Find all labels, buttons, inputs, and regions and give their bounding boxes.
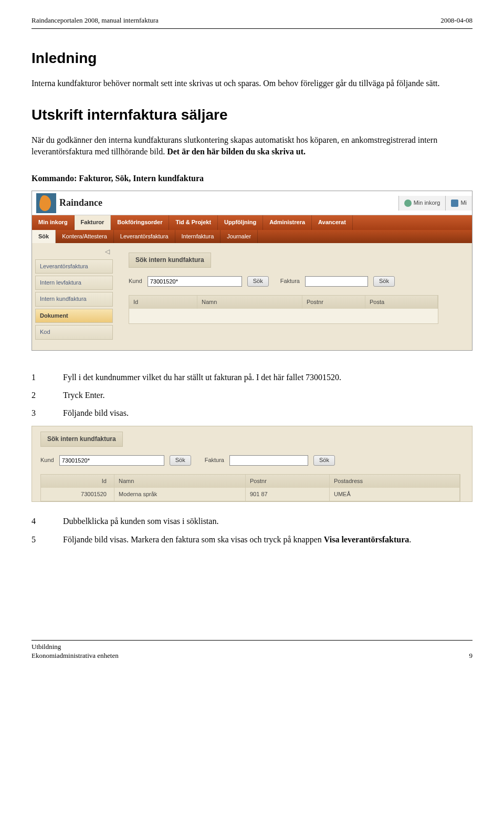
- step5-c: .: [409, 535, 411, 544]
- col-namn: Namn: [197, 296, 302, 309]
- grid-header-row-2: Id Namn Postnr Postadress: [41, 475, 460, 488]
- nav-bokforingsorder[interactable]: Bokföringsorder: [111, 215, 169, 229]
- col-posta: Posta: [365, 296, 438, 309]
- sok-kund-button-2[interactable]: Sök: [170, 455, 191, 466]
- subnav-journaler[interactable]: Journaler: [220, 230, 258, 243]
- nav-uppfoljning[interactable]: Uppföljning: [218, 215, 263, 229]
- step-num-3: 3: [32, 407, 42, 419]
- cell-id: 73001520: [41, 488, 114, 501]
- faktura-label: Faktura: [280, 277, 300, 285]
- nav-tid-projekt[interactable]: Tid & Projekt: [169, 215, 218, 229]
- sok-faktura-button-2[interactable]: Sök: [313, 455, 335, 466]
- cell-posta: UMEÅ: [330, 488, 460, 501]
- top-toolbar: Min inkorg Mi: [398, 191, 472, 215]
- sidebar-kod[interactable]: Kod: [35, 325, 113, 339]
- grid-header-row: Id Namn Postnr Posta: [129, 296, 438, 309]
- sidebar: ◁ Leverantörsfaktura Intern levfaktura I…: [32, 243, 116, 350]
- col-postnr: Postnr: [302, 296, 365, 309]
- nav-fakturor[interactable]: Fakturor: [75, 215, 111, 229]
- header-rule: [32, 28, 472, 29]
- cell-namn: Moderna språk: [114, 488, 246, 501]
- subnav-internfaktura[interactable]: Internfaktura: [175, 230, 221, 243]
- para-inledning: Interna kundfakturor behöver normalt set…: [32, 78, 472, 89]
- subnav-sok[interactable]: Sök: [32, 230, 56, 243]
- footer-line1: Utbildning: [32, 643, 119, 652]
- screenshot-search-result: Sök intern kundfaktura Kund Sök Faktura …: [32, 426, 472, 502]
- subnav-kontera[interactable]: Kontera/Attestera: [56, 230, 114, 243]
- app-body: ◁ Leverantörsfaktura Intern levfaktura I…: [32, 243, 472, 350]
- col-namn-2: Namn: [114, 475, 246, 488]
- col-id: Id: [129, 296, 197, 309]
- col-id-2: Id: [41, 475, 114, 488]
- subnav-leverantorsfaktura[interactable]: Leverantörsfaktura: [114, 230, 175, 243]
- main-panel: Sök intern kundfaktura Kund Sök Faktura …: [116, 243, 472, 350]
- mi-button[interactable]: Mi: [445, 196, 472, 211]
- screenshot-raindance-search: Raindance Min inkorg Mi Min inkorg Faktu…: [32, 191, 472, 351]
- heading-utskrift: Utskrift internfaktura säljare: [32, 104, 472, 125]
- doc-header-date: 2008-04-08: [440, 16, 472, 25]
- mi-label: Mi: [460, 199, 467, 207]
- sok-kund-button[interactable]: Sök: [247, 276, 269, 287]
- result-grid: Id Namn Postnr Posta: [129, 295, 438, 324]
- kund-label-2: Kund: [40, 456, 54, 464]
- mi-icon: [451, 200, 458, 207]
- step-3: 3 Följande bild visas.: [32, 407, 472, 419]
- col-posta-2: Postadress: [330, 475, 460, 488]
- step-text-1: Fyll i det kundnummer vilket du har stäl…: [63, 372, 472, 383]
- sub-nav: Sök Kontera/Attestera Leverantörsfaktura…: [32, 230, 472, 243]
- faktura-input[interactable]: [305, 276, 368, 287]
- result-grid-2: Id Namn Postnr Postadress 73001520 Moder…: [40, 474, 460, 502]
- search-row: Kund Sök Faktura Sök: [129, 276, 472, 287]
- nav-avancerat[interactable]: Avancerat: [312, 215, 353, 229]
- nav-administrera[interactable]: Administrera: [263, 215, 312, 229]
- search-row-2: Kund Sök Faktura Sök: [40, 455, 472, 466]
- app-titlebar: Raindance Min inkorg Mi: [32, 191, 472, 215]
- heading-inledning: Inledning: [32, 48, 472, 68]
- min-inkorg-label: Min inkorg: [414, 199, 440, 207]
- col-postnr-2: Postnr: [246, 475, 330, 488]
- step-2: 2 Tryck Enter.: [32, 390, 472, 401]
- page-number: 9: [469, 651, 473, 660]
- para-utskrift-b: Det är den här bilden du ska skriva ut.: [167, 147, 306, 156]
- main-nav: Min inkorg Fakturor Bokföringsorder Tid …: [32, 215, 472, 229]
- globe-icon: [404, 200, 412, 207]
- step-num-5: 5: [32, 534, 42, 546]
- kund-input[interactable]: [148, 276, 242, 287]
- step-num-1: 1: [32, 372, 42, 383]
- doc-header: Raindanceportalen 2008, manual internfak…: [32, 16, 472, 25]
- kund-input-2[interactable]: [59, 455, 164, 466]
- faktura-label-2: Faktura: [205, 456, 224, 464]
- logo-icon: [36, 193, 56, 213]
- step-4: 4 Dubbelklicka på kunden som visas i sök…: [32, 516, 472, 527]
- table-row[interactable]: 73001520 Moderna språk 901 87 UMEÅ: [41, 488, 460, 501]
- panel-title: Sök intern kundfaktura: [129, 253, 211, 268]
- step-num-4: 4: [32, 516, 42, 527]
- faktura-input-2[interactable]: [229, 455, 308, 466]
- step-1: 1 Fyll i det kundnummer vilket du har st…: [32, 372, 472, 383]
- nav-min-inkorg[interactable]: Min inkorg: [32, 215, 75, 229]
- kund-label: Kund: [129, 277, 142, 285]
- step-text-5: Följande bild visas. Markera den faktura…: [63, 534, 472, 546]
- sidebar-leverantorsfaktura[interactable]: Leverantörsfaktura: [35, 259, 113, 274]
- para-utskrift: När du godkänner den interna kundfaktura…: [32, 134, 472, 158]
- footer-left: Utbildning Ekonomiadministrativa enheten: [32, 643, 119, 660]
- logo-text: Raindance: [59, 196, 102, 209]
- step-num-2: 2: [32, 390, 42, 401]
- step-5: 5 Följande bild visas. Markera den faktu…: [32, 534, 472, 546]
- step-text-3: Följande bild visas.: [63, 407, 472, 419]
- footer-line2: Ekonomiadministrativa enheten: [32, 652, 119, 660]
- step-text-4: Dubbelklicka på kunden som visas i sökli…: [63, 516, 472, 527]
- sidebar-intern-kundfaktura[interactable]: Intern kundfaktura: [35, 292, 113, 306]
- doc-header-left: Raindanceportalen 2008, manual internfak…: [32, 16, 159, 25]
- sidebar-dokument[interactable]: Dokument: [35, 309, 113, 323]
- step5-b: Visa leverantörsfaktura: [324, 535, 410, 544]
- collapse-sidebar-icon[interactable]: ◁: [102, 246, 113, 257]
- sok-faktura-button[interactable]: Sök: [373, 276, 395, 287]
- min-inkorg-button[interactable]: Min inkorg: [398, 196, 446, 211]
- app-logo: Raindance: [32, 191, 102, 215]
- step-text-2: Tryck Enter.: [63, 390, 472, 401]
- step5-a: Följande bild visas. Markera den faktura…: [63, 535, 324, 544]
- sidebar-intern-levfaktura[interactable]: Intern levfaktura: [35, 276, 113, 290]
- panel-title-2: Sök intern kundfaktura: [40, 432, 123, 447]
- cell-postnr: 901 87: [246, 488, 330, 501]
